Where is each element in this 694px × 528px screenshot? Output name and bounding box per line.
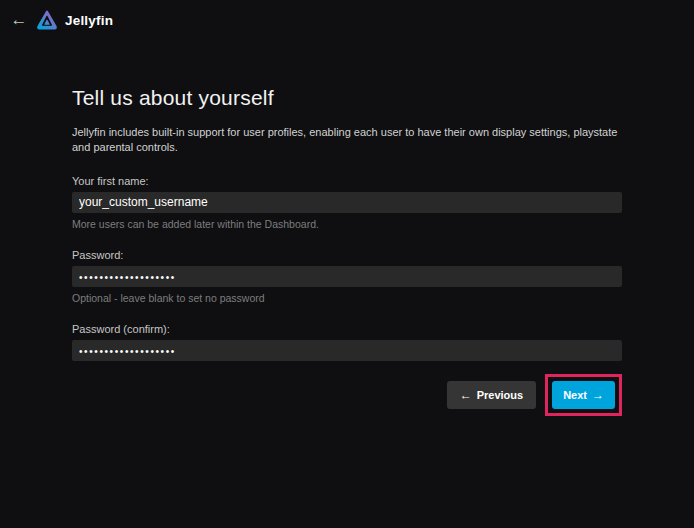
password-label: Password: — [72, 249, 622, 261]
next-button-label: Next — [563, 389, 587, 401]
first-name-input[interactable] — [72, 192, 622, 213]
left-arrow-icon: ← — [460, 388, 472, 402]
next-button-highlight-annotation: Next → — [545, 374, 622, 416]
jellyfin-logo-icon — [36, 9, 58, 31]
next-button[interactable]: Next → — [552, 381, 615, 409]
password-confirm-label: Password (confirm): — [72, 323, 622, 335]
wizard-panel: Tell us about yourself Jellyfin includes… — [72, 86, 622, 416]
jellyfin-logo: Jellyfin — [36, 9, 113, 31]
password-helper: Optional - leave blank to set no passwor… — [72, 292, 622, 304]
first-name-helper: More users can be added later within the… — [72, 218, 622, 230]
previous-button-label: Previous — [477, 389, 523, 401]
wizard-buttons-row: ← Previous Next → — [72, 374, 622, 416]
password-confirm-input[interactable] — [72, 340, 622, 361]
previous-button[interactable]: ← Previous — [447, 381, 536, 409]
top-bar: ← Jellyfin — [0, 0, 694, 40]
app-name: Jellyfin — [65, 13, 113, 28]
back-arrow-icon[interactable]: ← — [4, 5, 34, 35]
password-confirm-group: Password (confirm): — [72, 323, 622, 361]
first-name-group: Your first name: More users can be added… — [72, 175, 622, 230]
page-title: Tell us about yourself — [72, 86, 622, 110]
password-input[interactable] — [72, 266, 622, 287]
right-arrow-icon: → — [592, 388, 604, 402]
first-name-label: Your first name: — [72, 175, 622, 187]
wizard-description: Jellyfin includes built-in support for u… — [72, 125, 622, 156]
password-group: Password: Optional - leave blank to set … — [72, 249, 622, 304]
